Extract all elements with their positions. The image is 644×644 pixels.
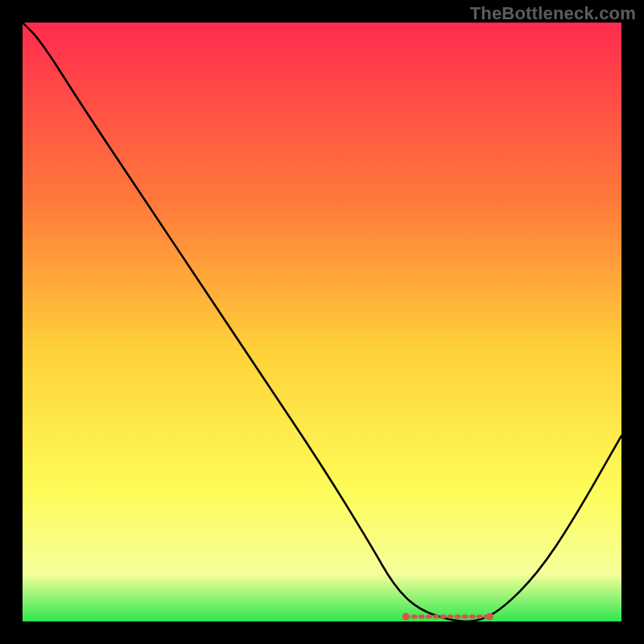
chart-frame: { "watermark": "TheBottleneck.com", "col…	[0, 0, 644, 644]
flat-region-start-dot	[402, 613, 410, 621]
watermark-text: TheBottleneck.com	[470, 3, 636, 24]
plot-area	[23, 23, 621, 621]
flat-region-end-dot	[486, 613, 493, 621]
bottleneck-chart	[23, 23, 621, 621]
gradient-background	[23, 23, 621, 621]
